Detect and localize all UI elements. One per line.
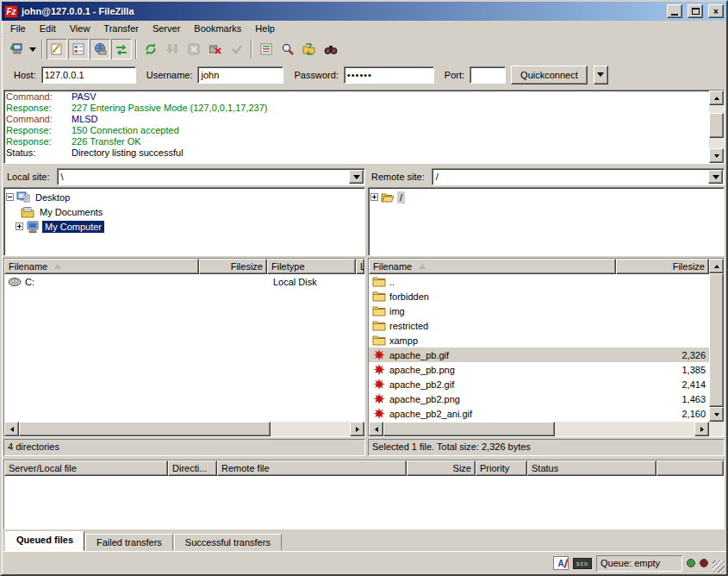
remote-file-row[interactable]: xampp (369, 333, 709, 347)
refresh-button[interactable] (140, 39, 161, 59)
remote-list-header: Filename Filesize (369, 259, 709, 274)
column-header-status[interactable]: Status (527, 460, 656, 476)
scroll-down-button[interactable] (709, 148, 724, 163)
remote-file-row[interactable]: apache_pb2.gif2,414 (369, 377, 709, 391)
log-line: Response:227 Entering Passive Mode (127,… (6, 103, 707, 114)
column-header-filesize[interactable]: Filesize (616, 259, 709, 274)
remote-vertical-scrollbar[interactable] (709, 259, 724, 422)
column-header-filename[interactable]: Filename (369, 259, 616, 274)
username-input[interactable] (197, 66, 283, 84)
menu-item-edit[interactable]: Edit (33, 22, 63, 35)
host-input[interactable] (41, 66, 136, 84)
remote-file-row[interactable]: .. (369, 274, 709, 289)
directory-comparison-icon (302, 42, 316, 56)
remote-site-bar: Remote site: / (368, 167, 725, 186)
menu-item-bookmarks[interactable]: Bookmarks (187, 22, 248, 35)
tab-successful-transfers[interactable]: Successful transfers (174, 534, 282, 551)
tab-queued-files[interactable]: Queued files (5, 531, 84, 551)
scroll-right-button[interactable] (694, 422, 709, 436)
queue-body (4, 476, 724, 529)
toggle-message-log-button[interactable] (47, 39, 67, 59)
scroll-down-icon (714, 413, 719, 416)
toggle-local-tree-button[interactable] (68, 39, 89, 59)
close-button[interactable]: × (708, 4, 724, 18)
remote-file-row[interactable]: apache_pb.png1,385 (369, 362, 709, 377)
quickconnect-bar: Host: Username: Password: Port: Quickcon… (2, 61, 726, 88)
menu-item-transfer[interactable]: Transfer (96, 22, 146, 35)
remote-file-row-selected[interactable]: apache_pb.gif2,326 (369, 347, 709, 362)
minimize-button[interactable] (667, 4, 682, 18)
column-header-size[interactable]: Size (407, 460, 476, 476)
local-site-path: \ (58, 172, 348, 182)
synchronized-browsing-button[interactable] (320, 39, 341, 59)
menu-item-view[interactable]: View (63, 22, 97, 35)
site-manager-button[interactable] (5, 39, 26, 59)
cancel-operation-button[interactable] (184, 39, 204, 59)
quickconnect-button[interactable]: Quickconnect (511, 66, 588, 85)
column-header-filename[interactable]: Filename (4, 259, 199, 274)
column-header-filetype[interactable]: Filetype (267, 259, 356, 274)
collapse-expander-icon[interactable] (6, 193, 14, 201)
site-manager-dropdown-button[interactable] (27, 39, 38, 59)
column-header-server-local-file[interactable]: Server/Local file (4, 460, 168, 476)
scrollbar-thumb[interactable] (709, 113, 724, 138)
toggle-remote-tree-button[interactable] (90, 39, 110, 59)
speed-limit-icon[interactable]: sco (573, 558, 592, 569)
file-search-button[interactable] (277, 39, 298, 59)
column-header-direction[interactable]: Directi... (168, 460, 217, 476)
expand-expander-icon[interactable] (370, 193, 378, 201)
scroll-left-button[interactable] (4, 422, 19, 436)
scroll-left-button[interactable] (369, 422, 383, 436)
scroll-right-button[interactable] (350, 422, 364, 436)
tree-item-my-documents[interactable]: My Documents (6, 204, 363, 219)
remote-file-row[interactable]: apache_pb2_ani.gif2,160 (369, 406, 709, 421)
tree-item-desktop[interactable]: Desktop (6, 190, 363, 204)
local-file-row-c-drive[interactable]: C: Local Disk (4, 274, 364, 289)
tree-item-root[interactable]: / (370, 190, 722, 204)
column-header-priority[interactable]: Priority (476, 460, 527, 476)
reconnect-button[interactable] (227, 39, 247, 59)
toggle-transfer-queue-button[interactable] (111, 39, 132, 59)
menu-item-server[interactable]: Server (146, 22, 187, 35)
site-manager-dropdown-icon (29, 47, 36, 52)
local-site-combo[interactable]: \ (57, 168, 365, 185)
remote-file-row[interactable]: img (369, 304, 709, 318)
column-header-remote-file[interactable]: Remote file (217, 460, 407, 476)
transfer-type-icon[interactable]: A (553, 556, 569, 570)
remote-file-row[interactable]: apache_pb2.png1,463 (369, 391, 709, 406)
tree-item-my-computer[interactable]: My Computer (6, 219, 363, 234)
tree-item-label: / (397, 191, 405, 203)
remote-site-dropdown-button[interactable] (708, 170, 723, 184)
expand-expander-icon[interactable] (16, 222, 23, 230)
menu-item-help[interactable]: Help (248, 22, 282, 35)
scrollbar-thumb[interactable] (709, 273, 724, 407)
remote-site-combo[interactable]: / (432, 168, 725, 185)
remote-file-row[interactable]: restricted (369, 318, 709, 333)
maximize-button[interactable] (688, 4, 703, 18)
remote-file-row[interactable]: forbidden (369, 289, 709, 304)
port-input[interactable] (470, 66, 506, 84)
disconnect-button[interactable] (205, 39, 226, 59)
status-bar: A sco Queue: empty (2, 551, 726, 574)
local-site-dropdown-button[interactable] (349, 170, 364, 184)
scrollbar-thumb[interactable] (19, 422, 271, 436)
scrollbar-thumb[interactable] (383, 422, 555, 436)
resize-grip[interactable] (712, 560, 725, 573)
directory-comparison-button[interactable] (299, 39, 320, 59)
password-input[interactable] (344, 66, 434, 84)
remote-horizontal-scrollbar[interactable] (369, 422, 724, 436)
menu-item-file[interactable]: File (3, 22, 33, 35)
log-vertical-scrollbar[interactable] (709, 91, 724, 163)
quickconnect-dropdown-button[interactable] (594, 66, 608, 85)
process-queue-icon (165, 42, 179, 56)
process-queue-button[interactable] (162, 39, 183, 59)
column-header-last-modified[interactable]: L (356, 259, 364, 274)
column-header-filesize[interactable]: Filesize (199, 259, 267, 274)
tab-failed-transfers[interactable]: Failed transfers (85, 534, 173, 551)
local-horizontal-scrollbar[interactable] (4, 422, 364, 436)
directory-listing-filters-button[interactable] (256, 39, 277, 59)
scroll-up-button[interactable] (709, 259, 724, 273)
scroll-down-button[interactable] (709, 407, 724, 422)
titlebar[interactable]: Fz john@127.0.0.1 - FileZilla × (2, 2, 726, 21)
scroll-up-button[interactable] (709, 91, 724, 105)
